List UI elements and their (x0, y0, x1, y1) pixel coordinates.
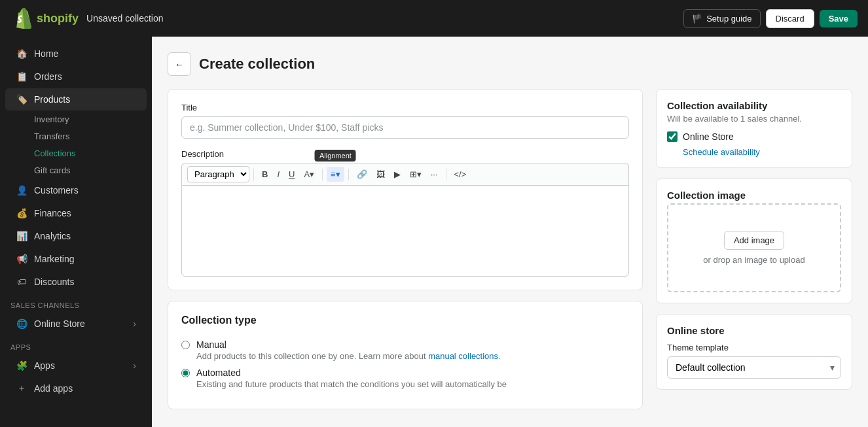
availability-subtitle: Will be available to 1 sales channel. (667, 114, 841, 124)
manual-content: Manual Add products to this collection o… (196, 339, 501, 361)
sidebar: 🏠 Home 📋 Orders 🏷️ Products Inventory Tr… (0, 37, 152, 427)
setup-guide-button[interactable]: 🏴 Setup guide (683, 9, 760, 28)
manual-label[interactable]: Manual (196, 339, 226, 350)
sidebar-item-inventory[interactable]: Inventory (29, 111, 152, 128)
automated-desc: Existing and future products that match … (196, 379, 507, 389)
sidebar-products-label: Products (34, 94, 70, 105)
gift-cards-label: Gift cards (34, 165, 71, 175)
shopify-logo: shopify (10, 8, 79, 29)
video-button[interactable]: ▶ (390, 167, 405, 182)
sidebar-item-add-apps[interactable]: ＋ Add apps (5, 377, 147, 400)
automated-radio[interactable] (181, 369, 190, 377)
sidebar-item-collections[interactable]: Collections (29, 145, 152, 162)
apps-label: Apps (10, 343, 31, 351)
sidebar-item-analytics[interactable]: 📊 Analytics (5, 225, 147, 247)
add-image-wrap: Add image (681, 231, 827, 255)
collections-label: Collections (34, 148, 76, 158)
sales-channels-section: Sales channels (0, 294, 152, 312)
brand-name: shopify (37, 12, 79, 26)
back-icon: ← (175, 60, 183, 69)
bold-button[interactable]: B (258, 167, 272, 182)
sidebar-discounts-label: Discounts (34, 277, 74, 287)
add-apps-label: Add apps (34, 383, 73, 394)
title-description-card: Title Description Paragraph B I U (168, 89, 643, 290)
paragraph-select[interactable]: Paragraph (187, 166, 249, 182)
schedule-availability-link[interactable]: Schedule availability (667, 147, 841, 157)
automated-label[interactable]: Automated (196, 367, 241, 378)
italic-button[interactable]: I (273, 167, 283, 182)
back-button[interactable]: ← (168, 52, 191, 76)
discard-button[interactable]: Discard (766, 9, 814, 28)
availability-title: Collection availability (667, 100, 841, 111)
sidebar-item-orders[interactable]: 📋 Orders (5, 65, 147, 88)
sidebar-item-marketing[interactable]: 📢 Marketing (5, 248, 147, 270)
online-store-left: 🌐 Online Store (16, 318, 85, 330)
automated-content: Automated Existing and future products t… (196, 367, 507, 389)
theme-select-wrap: Default collection ▾ (667, 356, 841, 379)
topbar-left: shopify Unsaved collection (10, 8, 164, 29)
save-button[interactable]: Save (820, 10, 858, 27)
online-store-checkbox-row: Online Store (667, 131, 841, 142)
sidebar-customers-label: Customers (34, 185, 79, 196)
left-column: Title Description Paragraph B I U (168, 89, 643, 420)
sidebar-item-products[interactable]: 🏷️ Products (5, 88, 147, 111)
collection-type-card: Collection type Manual Add products to t… (168, 301, 643, 409)
divider-4 (446, 169, 446, 180)
discounts-icon: 🏷 (16, 276, 27, 288)
manual-desc: Add products to this collection one by o… (196, 351, 501, 361)
alignment-wrap: Alignment ≡▾ (327, 167, 344, 182)
flag-icon: 🏴 (692, 14, 702, 24)
apps-section: Apps (0, 335, 152, 354)
link-button[interactable]: 🔗 (353, 167, 371, 182)
finances-icon: 💰 (16, 207, 27, 219)
products-icon: 🏷️ (16, 94, 27, 105)
sidebar-marketing-label: Marketing (34, 254, 74, 264)
content-grid: Title Description Paragraph B I U (168, 89, 852, 420)
sidebar-item-gift-cards[interactable]: Gift cards (29, 162, 152, 179)
alignment-button[interactable]: ≡▾ (327, 167, 344, 182)
text-color-button[interactable]: A▾ (300, 167, 318, 182)
manual-collections-link[interactable]: manual collections (428, 351, 498, 361)
online-store-card: Online store Theme template Default coll… (656, 314, 852, 390)
add-image-button[interactable]: Add image (724, 231, 784, 250)
sidebar-item-finances[interactable]: 💰 Finances (5, 202, 147, 224)
more-button[interactable]: ··· (427, 167, 442, 182)
image-upload-area[interactable]: Add image or drop an image to upload (667, 203, 841, 292)
sidebar-item-transfers[interactable]: Transfers (29, 128, 152, 145)
apps-icon: 🧩 (16, 360, 27, 371)
automated-option: Automated Existing and future products t… (181, 367, 629, 389)
page-title: Create collection (199, 56, 315, 73)
image-button[interactable]: 🖼 (372, 167, 389, 182)
divider-1 (253, 169, 254, 180)
table-button[interactable]: ⊞▾ (406, 167, 425, 182)
online-store-label: Online Store (34, 318, 85, 329)
customers-icon: 👤 (16, 184, 27, 196)
divider-3 (348, 169, 349, 180)
sidebar-finances-label: Finances (34, 208, 71, 218)
sidebar-item-discounts[interactable]: 🏷 Discounts (5, 271, 147, 293)
title-label: Title (181, 103, 629, 112)
online-store-checkbox[interactable] (667, 131, 678, 142)
topbar: shopify Unsaved collection 🏴 Setup guide… (0, 0, 868, 37)
online-store-checkbox-label[interactable]: Online Store (683, 131, 734, 142)
theme-template-label: Theme template (667, 343, 841, 352)
topbar-title: Unsaved collection (86, 13, 164, 24)
rte-content-area[interactable] (181, 185, 629, 277)
underline-button[interactable]: U (285, 167, 298, 182)
sidebar-item-online-store[interactable]: 🌐 Online Store › (5, 313, 147, 335)
apps-expand-icon: › (133, 360, 136, 371)
sidebar-analytics-label: Analytics (34, 231, 71, 241)
sidebar-item-home[interactable]: 🏠 Home (5, 43, 147, 65)
sidebar-item-apps[interactable]: 🧩 Apps › (5, 354, 147, 377)
sales-channels-label: Sales channels (10, 301, 79, 309)
manual-radio[interactable] (181, 341, 190, 349)
title-input[interactable] (181, 116, 629, 139)
collection-type-title: Collection type (181, 315, 629, 326)
code-button[interactable]: </> (450, 167, 471, 182)
theme-select[interactable]: Default collection (667, 356, 841, 379)
paragraph-select-wrap: Paragraph (187, 166, 249, 182)
sidebar-item-customers[interactable]: 👤 Customers (5, 179, 147, 201)
rte-toolbar: Paragraph B I U A▾ Alignment ≡▾ (181, 163, 629, 185)
drop-label: or drop an image to upload (681, 255, 827, 265)
sidebar-orders-label: Orders (34, 71, 62, 82)
